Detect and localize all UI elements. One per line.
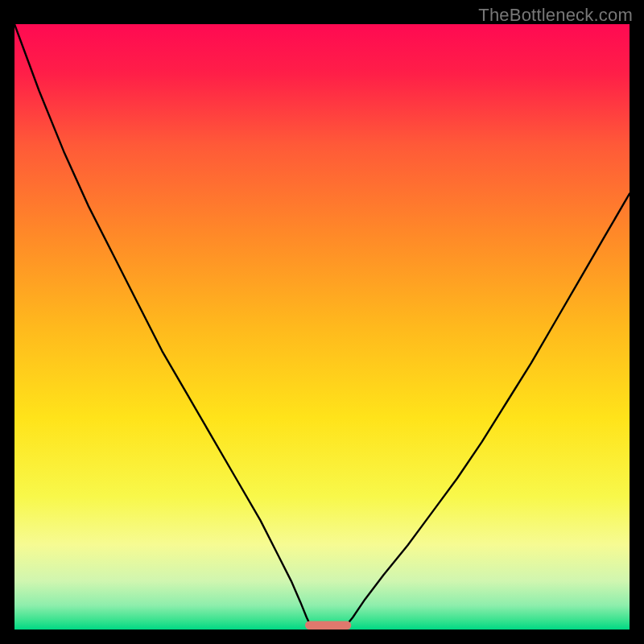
plot-area [14,24,630,630]
bottleneck-indicator [305,621,351,630]
gradient-background [14,24,630,630]
bottleneck-chart [14,24,630,630]
chart-frame: TheBottleneck.com [0,0,644,644]
marker-layer [305,621,351,630]
watermark-label: TheBottleneck.com [478,5,633,26]
